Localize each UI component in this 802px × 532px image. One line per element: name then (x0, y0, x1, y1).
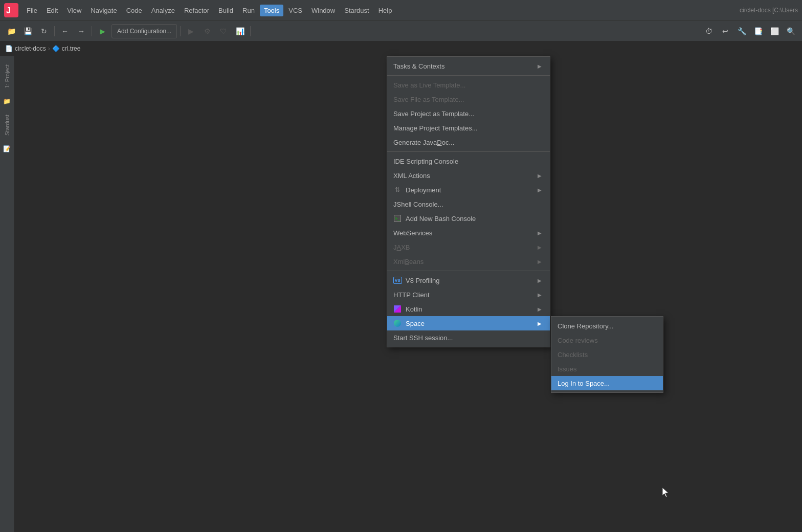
menu-item-jshell-console[interactable]: JShell Console... (387, 197, 550, 211)
left-sidebar: 1: Project 📁 Stardust 📝 (0, 56, 14, 532)
manage-project-templates-label: Manage Project Templates... (393, 124, 542, 132)
webservices-label: WebServices (393, 229, 533, 237)
space-submenu: Clone Repository... Code reviews Checkli… (551, 316, 663, 393)
build-button[interactable]: ⚙ (200, 24, 214, 38)
v8-icon: V8 (393, 276, 402, 284)
space-arrow-icon: ▶ (538, 321, 542, 326)
save-file-template-label: Save File as Template... (393, 96, 542, 103)
menu-item-http-client[interactable]: HTTP Client ▶ (387, 287, 550, 302)
menu-refactor[interactable]: Refactor (180, 5, 213, 16)
menu-tools[interactable]: Tools (260, 5, 283, 16)
save-button[interactable]: 💾 (20, 24, 35, 38)
bookmark-button[interactable]: 📑 (751, 24, 765, 38)
open-folder-button[interactable]: 📁 (4, 24, 18, 38)
breadcrumb-separator-icon: › (48, 45, 50, 52)
forward-button[interactable]: → (74, 24, 88, 38)
layout-button[interactable]: ⬜ (767, 24, 782, 38)
clone-repository-label: Clone Repository... (558, 322, 614, 330)
separator-1 (54, 26, 55, 36)
history-button[interactable]: ⏱ (702, 24, 716, 38)
tools-dropdown-menu: Tasks & Contexts ▶ Save as Live Template… (387, 56, 550, 347)
save-project-template-label: Save Project as Template... (393, 110, 542, 118)
menu-item-xml-actions[interactable]: XML Actions ▶ (387, 168, 550, 183)
menu-item-generate-javadoc[interactable]: Generate JavaDoc... (387, 135, 550, 149)
menu-analyze[interactable]: Analyze (147, 5, 179, 16)
menu-code[interactable]: Code (122, 5, 146, 16)
menu-item-save-project-template[interactable]: Save Project as Template... (387, 106, 550, 121)
deployment-label: Deployment (406, 186, 533, 194)
menu-navigate[interactable]: Navigate (86, 5, 121, 16)
menu-item-manage-project-templates[interactable]: Manage Project Templates... (387, 121, 550, 135)
menu-item-tasks-contexts[interactable]: Tasks & Contexts ▶ (387, 59, 550, 73)
add-new-bash-console-label: Add New Bash Console (406, 215, 542, 223)
menu-build[interactable]: Build (214, 5, 237, 16)
main-content: 1: Project 📁 Stardust 📝 Tasks & Contexts… (0, 56, 802, 532)
breadcrumb: 📄 circlet-docs › 🔷 crl.tree (0, 41, 802, 56)
coverage-button[interactable]: 🛡 (216, 24, 231, 38)
menu-item-start-ssh-session[interactable]: Start SSH session... (387, 330, 550, 345)
xmlbeans-arrow-icon: ▶ (538, 259, 542, 264)
issues-label: Issues (558, 365, 577, 373)
menu-item-deployment[interactable]: ⇅ Deployment ▶ (387, 183, 550, 197)
menu-item-space[interactable]: Space ▶ Clone Repository... Code reviews… (387, 316, 550, 330)
code-reviews-label: Code reviews (558, 337, 598, 344)
bash-console-icon: >_ (393, 214, 402, 223)
menu-item-ide-scripting-console[interactable]: IDE Scripting Console (387, 154, 550, 168)
sidebar-tab-stardust[interactable]: Stardust (2, 110, 12, 140)
separator-3 (387, 271, 550, 271)
submenu-item-login-to-space[interactable]: Log In to Space... (551, 376, 663, 390)
space-icon (393, 319, 402, 327)
menu-run[interactable]: Run (238, 5, 259, 16)
menu-item-add-new-bash-console[interactable]: >_ Add New Bash Console (387, 211, 550, 226)
settings-button[interactable]: 🔧 (734, 24, 749, 38)
v8-profiling-label: V8 Profiling (406, 277, 533, 284)
window-title: circlet-docs [C:\Users (740, 7, 798, 14)
svg-text:J: J (6, 6, 11, 15)
refresh-button[interactable]: ↻ (37, 24, 51, 38)
separator-2 (92, 26, 92, 36)
breadcrumb-project-icon: 📄 (5, 45, 13, 52)
deployment-arrow-icon: ▶ (538, 187, 542, 193)
tasks-contexts-arrow-icon: ▶ (538, 63, 542, 69)
submenu-item-issues: Issues (551, 362, 663, 376)
undo-button[interactable]: ↩ (718, 24, 732, 38)
search-everywhere-button[interactable]: 🔍 (784, 24, 798, 38)
start-ssh-session-label: Start SSH session... (393, 334, 542, 342)
menu-item-save-file-template: Save File as Template... (387, 92, 550, 106)
back-button[interactable]: ← (58, 24, 72, 38)
profile-button[interactable]: 📊 (233, 24, 247, 38)
breadcrumb-file-icon: 🔷 (52, 45, 60, 52)
menu-view[interactable]: View (63, 5, 85, 16)
toolbar: 📁 💾 ↻ ← → ▶ Add Configuration... ▶ ⚙ 🛡 📊… (0, 20, 802, 41)
jshell-console-label: JShell Console... (393, 201, 542, 208)
kotlin-label: Kotlin (406, 305, 533, 313)
xml-actions-arrow-icon: ▶ (538, 173, 542, 179)
submenu-item-clone-repository[interactable]: Clone Repository... (551, 319, 663, 333)
menu-file[interactable]: File (23, 5, 41, 16)
breadcrumb-file[interactable]: crl.tree (62, 45, 81, 52)
menu-window[interactable]: Window (307, 5, 339, 16)
menu-item-v8-profiling[interactable]: V8 V8 Profiling ▶ (387, 273, 550, 287)
separator-4 (250, 26, 251, 36)
menu-help[interactable]: Help (374, 5, 396, 16)
menu-item-jaxb: JAXB ▶ (387, 240, 550, 254)
sidebar-icon-folder[interactable]: 📁 (2, 96, 12, 106)
space-label: Space (406, 320, 533, 327)
http-client-arrow-icon: ▶ (538, 292, 542, 298)
menu-stardust[interactable]: Stardust (340, 5, 373, 16)
menu-edit[interactable]: Edit (42, 5, 62, 16)
sidebar-tab-project[interactable]: 1: Project (2, 60, 12, 92)
deployment-icon: ⇅ (393, 186, 402, 194)
menu-vcs[interactable]: VCS (284, 5, 306, 16)
submenu-item-checklists: Checklists (551, 347, 663, 362)
checklists-label: Checklists (558, 351, 588, 359)
xml-actions-label: XML Actions (393, 172, 533, 180)
add-configuration-button[interactable]: Add Configuration... (112, 24, 177, 38)
breadcrumb-project[interactable]: circlet-docs (15, 45, 46, 52)
menu-item-kotlin[interactable]: Kotlin ▶ (387, 302, 550, 316)
menu-item-webservices[interactable]: WebServices ▶ (387, 226, 550, 240)
separator-2 (387, 151, 550, 152)
play-button[interactable]: ▶ (184, 24, 198, 38)
jaxb-label: JAXB (393, 243, 533, 251)
sidebar-icon-note[interactable]: 📝 (2, 144, 12, 154)
